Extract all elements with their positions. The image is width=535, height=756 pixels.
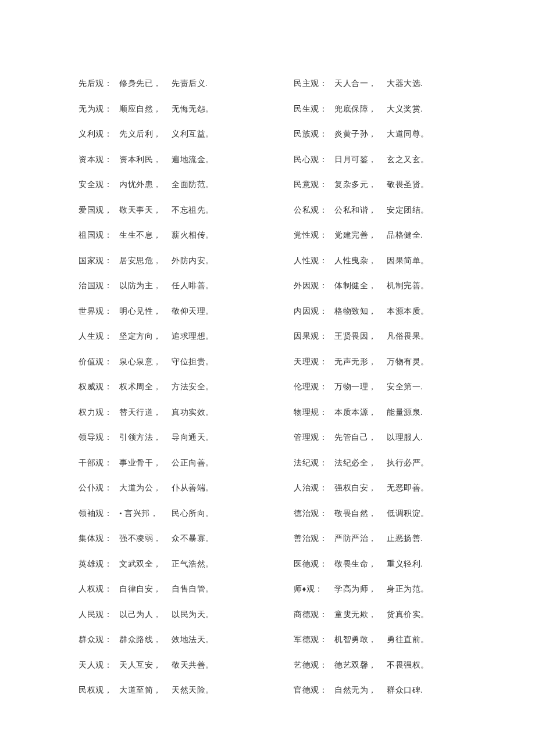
- row-label: 人性观：: [294, 256, 334, 266]
- text-row: 法纪观：法纪必全，执行必严。: [294, 458, 459, 468]
- row-label: 价值观：: [79, 357, 119, 367]
- text-row: 艺德观：德艺双馨，不畏强权。: [294, 660, 459, 671]
- text-row: 外因观：体制健全，机制完善。: [294, 281, 459, 291]
- row-phrase-2: 自售自管。: [172, 584, 214, 594]
- text-row: 价值观：泉心泉意，守位担贵。: [79, 357, 244, 367]
- row-phrase-1: 公私和谐，: [334, 205, 387, 216]
- text-row: 物理规：本质本源，能量源泉.: [294, 407, 459, 418]
- row-label: 民主观：: [294, 78, 334, 89]
- row-phrase-1: 坚定方向，: [119, 331, 172, 342]
- row-phrase-2: 不忘祖先。: [172, 205, 214, 216]
- row-phrase-1: 生生不息，: [119, 230, 172, 241]
- row-label: 安全观：: [79, 180, 119, 190]
- row-phrase-2: 薪火相传。: [172, 230, 214, 241]
- row-label: 权威观：: [79, 382, 119, 392]
- row-phrase-1: 明心见性，: [119, 306, 172, 317]
- row-phrase-2: 大器大选.: [387, 78, 423, 89]
- row-label: 领袖观：: [79, 508, 119, 519]
- row-label: 天理观：: [294, 357, 334, 367]
- row-phrase-1: 无声无形，: [334, 357, 387, 367]
- row-phrase-1: 自然无为，: [334, 685, 387, 696]
- text-row: 善治观：严防严治，止恶扬善.: [294, 533, 459, 544]
- text-row: 人生观：坚定方向，追求理想。: [79, 331, 244, 342]
- row-phrase-2: 以民为天。: [172, 610, 214, 620]
- row-phrase-2: 身正为范。: [387, 584, 429, 594]
- row-phrase-1: • 言兴邦，: [119, 508, 172, 519]
- row-label: 民心观：: [294, 155, 334, 165]
- row-phrase-2: 大义奖赏.: [387, 104, 423, 114]
- row-label: 领导观：: [79, 432, 119, 443]
- row-phrase-1: 权术周全，: [119, 382, 172, 392]
- row-label: 世界观：: [79, 306, 119, 317]
- text-row: 天理观：无声无形，万物有灵。: [294, 357, 459, 367]
- row-phrase-2: 万物有灵。: [387, 357, 429, 367]
- row-label: 人权观：: [79, 584, 119, 594]
- text-row: 民意观：复杂多元，敬畏圣贤。: [294, 180, 459, 190]
- text-row: 国家观：居安思危，外防内安。: [79, 256, 244, 266]
- text-row: 资本观：资本利民，遍地流金。: [79, 155, 244, 165]
- row-phrase-2: 敬天共善。: [172, 660, 214, 671]
- row-phrase-2: 无恶即善。: [387, 483, 429, 493]
- row-label: 无为观：: [79, 104, 119, 114]
- row-label: 医德观：: [294, 559, 334, 569]
- row-label: 人生观：: [79, 331, 119, 342]
- text-row: 民族观：炎黄子孙，大道同尊。: [294, 129, 459, 139]
- row-phrase-1: 强不凌弱，: [119, 533, 172, 544]
- text-row: 英雄观：文武双全，正气浩然。: [79, 559, 244, 569]
- left-column: 先后观：修身先已，先责后义.无为观：顺应自然，无悔无怨。义利观：先义后利，义利互…: [79, 78, 244, 711]
- row-phrase-1: 格物致知，: [334, 306, 387, 317]
- row-phrase-2: 玄之又玄。: [387, 155, 429, 165]
- text-row: 公仆观：大道为公，仆从善端。: [79, 483, 244, 493]
- row-label: 爱国观，: [79, 205, 119, 216]
- text-row: 商德观：童叟无欺，货真价实。: [294, 610, 459, 620]
- row-phrase-1: 学高为师，: [334, 584, 387, 594]
- row-phrase-1: 本质本源，: [334, 407, 387, 418]
- row-label: 治国观：: [79, 281, 119, 291]
- row-phrase-1: 日月可鉴，: [334, 155, 387, 165]
- text-row: 民权观，大道至简，天然天险。: [79, 685, 244, 696]
- row-phrase-1: 敬天事天，: [119, 205, 172, 216]
- row-phrase-1: 先义后利，: [119, 129, 172, 139]
- row-phrase-2: 无悔无怨。: [172, 104, 214, 114]
- text-row: 军德观：机智勇敢，勇往直前。: [294, 635, 459, 645]
- row-label: 艺德观：: [294, 660, 334, 671]
- text-row: 党性观：党建完善，品格健全.: [294, 230, 459, 241]
- row-phrase-2: 凡俗畏果。: [387, 331, 429, 342]
- row-label: 公仆观：: [79, 483, 119, 493]
- row-label: 民意观：: [294, 180, 334, 190]
- row-phrase-1: 兜底保障，: [334, 104, 387, 114]
- row-phrase-2: 全面防范。: [172, 180, 214, 190]
- row-phrase-1: 人性曳杂，: [334, 256, 387, 266]
- row-phrase-1: 先管自己，: [334, 432, 387, 443]
- text-row: 爱国观，敬天事天，不忘祖先。: [79, 205, 244, 216]
- row-phrase-1: 大道至简，: [119, 685, 172, 696]
- text-row: 伦理观：万物一理，安全第一.: [294, 382, 459, 392]
- text-row: 权威观：权术周全，方法安全。: [79, 382, 244, 392]
- row-phrase-1: 事业骨干，: [119, 458, 172, 468]
- row-phrase-2: 低调积淀。: [387, 508, 429, 519]
- row-phrase-2: 公正向善。: [172, 458, 214, 468]
- text-row: 因果观：王贤畏因，凡俗畏果。: [294, 331, 459, 342]
- row-label: 天人观：: [79, 660, 119, 671]
- text-row: 无为观：顺应自然，无悔无怨。: [79, 104, 244, 114]
- row-label: 德治观：: [294, 508, 334, 519]
- row-label: 公私观：: [294, 205, 334, 216]
- row-phrase-2: 货真价实。: [387, 610, 429, 620]
- row-phrase-1: 机智勇敢，: [334, 635, 387, 645]
- row-phrase-1: 党建完善，: [334, 230, 387, 241]
- row-phrase-2: 效地法天。: [172, 635, 214, 645]
- right-column: 民主观：天人合一，大器大选.民生观：兜底保障，大义奖赏.民族观：炎黄子孙，大道同…: [294, 78, 459, 711]
- text-row: 管理观：先管自己，以理服人.: [294, 432, 459, 443]
- row-phrase-1: 以防为主，: [119, 281, 172, 291]
- row-phrase-1: 严防严治，: [334, 533, 387, 544]
- row-phrase-1: 天人合一，: [334, 78, 387, 89]
- row-label: 外因观：: [294, 281, 334, 291]
- row-phrase-1: 以己为人，: [119, 610, 172, 620]
- row-phrase-2: 义利互益。: [172, 129, 214, 139]
- row-phrase-2: 任人啡善。: [172, 281, 214, 291]
- row-phrase-2: 天然天险。: [172, 685, 214, 696]
- text-row: 德治观：敬畏自然，低调积淀。: [294, 508, 459, 519]
- row-label: 干部观：: [79, 458, 119, 468]
- row-phrase-1: 替天行道，: [119, 407, 172, 418]
- text-row: 人民观：以己为人，以民为天。: [79, 610, 244, 620]
